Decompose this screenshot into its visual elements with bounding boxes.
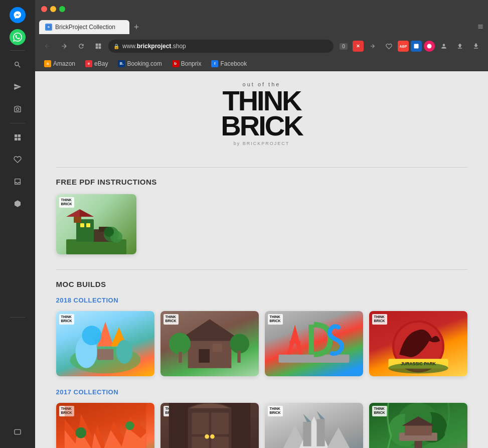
- svg-marker-8: [80, 209, 94, 217]
- sidebar-icon-box[interactable]: [9, 195, 27, 213]
- new-tab-button[interactable]: +: [129, 20, 143, 34]
- svg-point-16: [104, 227, 114, 237]
- bookmark-ebay[interactable]: e eBay: [81, 59, 112, 68]
- section-divider-1: [56, 167, 467, 168]
- bonprix-favicon: b: [172, 60, 179, 67]
- build-card-bg: THINKBRICK: [160, 311, 259, 376]
- svg-rect-31: [237, 351, 241, 363]
- sidebar-icon-heart[interactable]: [9, 151, 27, 169]
- builds-grid-2017: THINKBRICK: [56, 403, 467, 448]
- bookmark-ebay-label: eBay: [94, 60, 108, 67]
- site-logo: out of the THINK BRICK by BRICKPROJECT: [56, 71, 467, 162]
- bookmark-bonprix[interactable]: b Bonprix: [168, 59, 206, 68]
- svg-marker-9: [66, 209, 80, 217]
- sidebar: [0, 0, 35, 448]
- collection-2017-title: 2017 COLLECTION: [56, 388, 467, 396]
- pdf-build-svg: [66, 209, 126, 254]
- build-card-jungle[interactable]: THINKBRICK: [369, 403, 467, 448]
- web-content[interactable]: out of the THINK BRICK by BRICKPROJECT F…: [35, 71, 488, 448]
- maximize-button[interactable]: [59, 6, 65, 12]
- bookmark-facebook[interactable]: f Facebook: [207, 59, 251, 68]
- section-moc-builds: MOC BUILDS 2018 COLLECTION THINKBRICK: [56, 280, 467, 448]
- section-free-pdf: FREE PDF INSTRUCTIONS THINKBRICK: [56, 178, 467, 254]
- svg-rect-10: [80, 223, 84, 227]
- sidebar-icon-camera[interactable]: [9, 100, 27, 118]
- back-button[interactable]: [40, 39, 54, 53]
- upload-button[interactable]: [453, 39, 467, 53]
- download-button[interactable]: [469, 39, 483, 53]
- sidebar-icon-window[interactable]: [9, 423, 27, 441]
- page-content: out of the THINK BRICK by BRICKPROJECT F…: [36, 71, 487, 448]
- svg-point-29: [230, 334, 249, 353]
- build-card-red-canyon[interactable]: THINKBRICK: [56, 403, 154, 448]
- build-card-old-door[interactable]: THINKBRICK: [160, 403, 259, 448]
- minimize-button[interactable]: [50, 6, 56, 12]
- svg-marker-33: [286, 325, 303, 355]
- build-card-bg: THINKBRICK: [265, 311, 363, 376]
- build-card-bg: THINKBRICK: [369, 403, 467, 448]
- collection-2018-title: 2018 COLLECTION: [56, 296, 467, 304]
- sidebar-icon-inbox[interactable]: [9, 173, 27, 191]
- svg-point-21: [116, 340, 132, 364]
- address-bar[interactable]: 🔒 www.brickproject.shop: [108, 40, 334, 53]
- svg-rect-51: [211, 436, 229, 448]
- build-card-bg: THINKBRICK: [160, 403, 259, 448]
- ext-blue[interactable]: [411, 41, 422, 52]
- booking-favicon: B.: [118, 60, 125, 67]
- browser-window: B BrickProject Collection +: [35, 0, 488, 448]
- sidebar-icon-whatsapp[interactable]: [10, 29, 26, 45]
- build-card-medieval-cabin[interactable]: THINKBRICK: [160, 311, 259, 376]
- tab-menu-button[interactable]: [477, 23, 484, 32]
- svg-rect-35: [308, 325, 314, 355]
- build-card-bg: THINKBRICK JURASSIC PARK: [369, 311, 467, 376]
- sidebar-icon-search[interactable]: [9, 56, 27, 74]
- forward-button[interactable]: [57, 39, 71, 53]
- share-button[interactable]: [366, 39, 380, 53]
- bookmark-bonprix-label: Bonprix: [181, 60, 202, 67]
- active-tab[interactable]: B BrickProject Collection: [39, 20, 129, 34]
- grid-button[interactable]: [91, 39, 105, 53]
- notifications-button[interactable]: 0: [337, 39, 351, 53]
- svg-rect-11: [86, 223, 90, 227]
- svg-rect-27: [212, 344, 222, 352]
- pdf-instruction-card[interactable]: THINKBRICK: [56, 194, 136, 254]
- svg-rect-34: [289, 341, 300, 343]
- reload-button[interactable]: [74, 39, 88, 53]
- svg-rect-68: [404, 424, 431, 435]
- sidebar-icon-grid[interactable]: [9, 128, 27, 146]
- svg-marker-60: [316, 411, 324, 419]
- account-button[interactable]: [437, 39, 451, 53]
- build-card-jurassic[interactable]: THINKBRICK JURASSIC PARK: [369, 311, 467, 376]
- svg-text:B: B: [48, 26, 50, 29]
- build-card-hogwarts[interactable]: THINKBRICK: [265, 403, 363, 448]
- build-svg: [160, 311, 259, 376]
- ext-pink[interactable]: [424, 41, 435, 52]
- traffic-lights: [41, 6, 65, 12]
- bookmark-amazon[interactable]: a Amazon: [40, 59, 79, 68]
- close-button[interactable]: [41, 6, 47, 12]
- section-divider-2: [56, 269, 467, 270]
- bookmark-booking[interactable]: B. Booking.com: [114, 59, 166, 68]
- moc-builds-title: MOC BUILDS: [56, 280, 467, 288]
- svg-point-53: [210, 434, 215, 439]
- build-svg: [160, 403, 259, 448]
- sidebar-icon-send[interactable]: [9, 78, 27, 96]
- url-prefix: www.: [122, 43, 137, 50]
- free-pdf-title: FREE PDF INSTRUCTIONS: [56, 178, 467, 186]
- svg-point-22: [82, 326, 101, 345]
- build-card-fantasy-land[interactable]: THINKBRICK: [56, 311, 154, 376]
- sidebar-divider-2: [10, 123, 25, 123]
- build-card-alphabet[interactable]: THINKBRICK: [265, 311, 363, 376]
- svg-rect-58: [316, 419, 324, 446]
- svg-point-40: [388, 363, 448, 374]
- url-domain: brickproject: [137, 43, 172, 50]
- svg-point-28: [169, 333, 190, 354]
- amazon-favicon: a: [44, 60, 51, 67]
- adblock-extension[interactable]: ABP: [398, 41, 409, 52]
- url-display: www.brickproject.shop: [122, 43, 186, 50]
- svg-rect-49: [211, 412, 229, 434]
- vpn-icon[interactable]: ✕: [353, 41, 364, 52]
- bookmark-heart-button[interactable]: [382, 39, 396, 53]
- sidebar-icon-messenger[interactable]: [10, 7, 26, 23]
- toolbar: 🔒 www.brickproject.shop 0 ✕: [35, 36, 488, 56]
